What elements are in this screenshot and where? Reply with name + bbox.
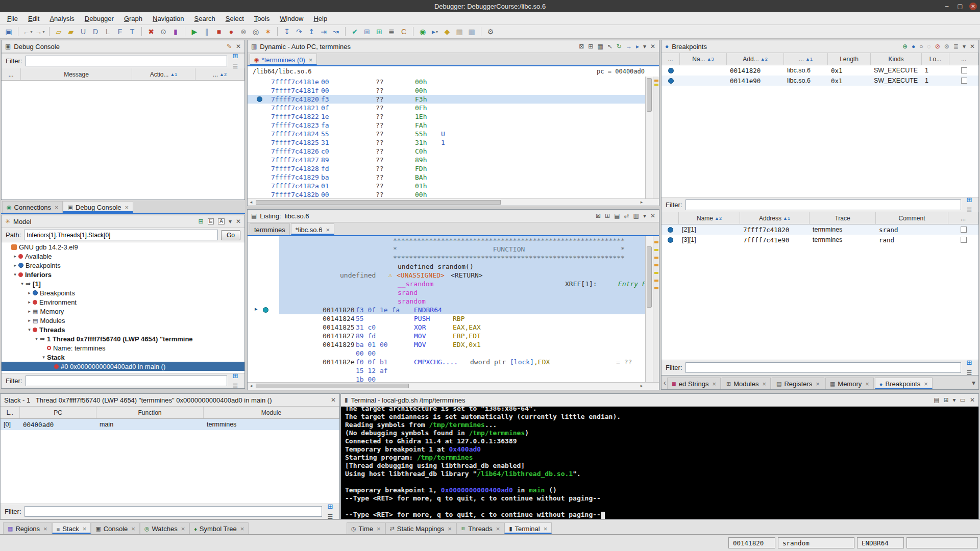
bottom-tab-console[interactable]: ▣Console× <box>91 522 140 534</box>
column-header-message[interactable]: Message <box>21 68 132 80</box>
navigate-icon[interactable]: ▸ <box>636 43 639 49</box>
filter-table-icon[interactable]: ⊞ <box>230 371 240 381</box>
tab-close-icon[interactable]: × <box>865 380 869 388</box>
close-icon[interactable]: ✕ <box>650 43 655 49</box>
toolbar-diamond-icon[interactable]: ◆ <box>442 26 453 37</box>
toolbar-resume-icon[interactable]: ▶ <box>189 26 200 37</box>
breakpoint-enabled-icon[interactable] <box>668 227 673 233</box>
scroll-tabs-left-icon[interactable]: ‹ <box>664 379 666 387</box>
memory-bytes-view[interactable]: 7ffff7c4181e00??00h7ffff7c4181f00??00h7f… <box>248 77 659 198</box>
close-button[interactable]: ✕ <box>969 3 977 10</box>
toolbar-mark-f-icon[interactable]: F <box>114 26 126 37</box>
tree-node[interactable]: ▾Threads <box>2 325 244 334</box>
tab-close-icon[interactable]: × <box>762 380 766 388</box>
tab-close-icon[interactable]: × <box>712 380 716 388</box>
listing-row[interactable]: 0014182789 fdMOVEBP,EDI <box>279 332 645 340</box>
memory-row[interactable]: 7ffff7c418221e??1Eh <box>248 112 645 121</box>
make-effective-icon[interactable]: ⊘ <box>935 43 940 49</box>
tab-close-icon[interactable]: × <box>181 525 185 533</box>
edit-fields-icon[interactable]: ▤ <box>614 213 620 219</box>
memory-row[interactable]: 7ffff7c4181f00??00h <box>248 86 645 95</box>
listing-row[interactable]: 00141820f3 0f 1e faENDBR64 <box>279 306 645 314</box>
column-header-add[interactable]: Add...▲2 <box>727 53 784 65</box>
breakpoint-enabled-icon[interactable] <box>668 68 674 73</box>
horizontal-scrollbar[interactable]: ◂ ▸ <box>248 198 659 206</box>
breakpoint-enabled-icon[interactable] <box>668 237 673 243</box>
tree-expander-icon[interactable]: ▸ <box>12 254 18 259</box>
bottom-tab-stack[interactable]: ≡Stack× <box>52 522 91 534</box>
tree-node[interactable]: ▸▦Memory <box>2 307 244 316</box>
tab-close-icon[interactable]: × <box>924 380 928 388</box>
tree-expander-icon[interactable]: ▸ <box>12 263 18 268</box>
menu-item-help[interactable]: Help <box>308 13 332 24</box>
settings-dropdown-icon[interactable]: ▾ <box>953 397 956 403</box>
margin-icon[interactable]: ▥ <box>633 213 639 219</box>
maximize-icon[interactable]: ▭ <box>960 397 966 403</box>
tree-node[interactable]: ▾Inferiors <box>2 270 244 279</box>
listing-row[interactable]: ****************************************… <box>279 254 645 262</box>
minimize-button[interactable]: – <box>943 3 951 10</box>
memory-row[interactable]: 7ffff7c4181e00??00h <box>248 78 645 86</box>
clone-window-icon[interactable]: ⊞ <box>944 397 949 403</box>
byte-columns-icon[interactable]: ▦ <box>597 43 603 49</box>
tab-close-icon[interactable]: × <box>240 525 244 533</box>
toolbar-mark-l-icon[interactable]: L <box>102 26 113 37</box>
tab-close-icon[interactable]: × <box>496 525 500 533</box>
listing-row[interactable]: 00141829ba 01 00MOVEDX,0x1 <box>279 340 645 349</box>
column-header-[interactable]: ... <box>662 53 680 65</box>
close-icon[interactable]: ✕ <box>236 218 241 224</box>
column-header-[interactable]: ...▲2 <box>195 68 244 80</box>
toolbar-step-out-icon[interactable]: ↥ <box>306 26 317 37</box>
close-icon[interactable]: ✕ <box>970 43 975 49</box>
memory-row[interactable]: 7ffff7c4182789??89h <box>248 156 645 164</box>
tab-termmines[interactable]: termmines <box>250 223 290 235</box>
breakpoint-marker-icon[interactable] <box>257 96 262 102</box>
filter-options-icon[interactable]: ☰ <box>230 381 240 389</box>
tab-close-icon[interactable]: × <box>309 56 313 64</box>
right-tab-ed-strings[interactable]: ≣ed Strings× <box>667 378 721 389</box>
model-header[interactable]: ✳ Model ⊞EA▾✕ <box>2 215 244 228</box>
locations-filter-input[interactable] <box>685 362 962 373</box>
listing-header[interactable]: ▤ Listing: libc.so.6 ⊠⊞▤⇄▥▾✕ <box>248 210 659 222</box>
listing-view[interactable]: ▸ **************************************… <box>248 236 659 382</box>
breakpoint-row[interactable]: [2][1]7ffff7c41820termminessrand <box>662 224 978 235</box>
close-icon[interactable]: ✕ <box>970 397 975 403</box>
toolbar-define-data-icon[interactable]: ▰ <box>65 26 77 37</box>
scroll-left-icon[interactable]: ◂ <box>248 199 255 206</box>
save-breakpoints-icon[interactable]: ⊕ <box>902 43 908 49</box>
menu-item-analysis[interactable]: Analysis <box>44 13 79 24</box>
filter-table-icon[interactable]: ⊞ <box>230 51 240 61</box>
tab-libc-so-6[interactable]: *libc.so.6 × <box>291 223 334 235</box>
filter-options-icon[interactable]: ☰ <box>964 368 974 376</box>
tree-node[interactable]: ▾⇒[1] <box>2 279 244 288</box>
close-icon[interactable]: ✕ <box>650 213 655 219</box>
enable-breakpoint-icon[interactable]: ● <box>912 43 915 49</box>
tree-expander-icon[interactable]: ▾ <box>33 336 40 341</box>
disable-breakpoint-icon[interactable]: ○ <box>919 43 923 49</box>
listing-row[interactable]: ****************************************… <box>279 236 645 245</box>
listing-row[interactable]: 0014182ef0 0f b1CMPXCHG....dword ptr [lo… <box>279 358 645 366</box>
stack-header[interactable]: Stack - 1 Thread 0x7ffff7f56740 (LWP 465… <box>1 394 339 407</box>
tree-node[interactable]: #0 0x0000000000400ad0 in main () <box>2 362 244 371</box>
terminal-header[interactable]: ▮ Terminal - local-gdb.sh /tmp/termmines… <box>341 394 978 407</box>
column-header-[interactable]: ... <box>2 68 21 80</box>
close-icon[interactable]: ✕ <box>236 43 241 49</box>
bottom-tab-watches[interactable]: ◎Watches× <box>140 522 189 534</box>
toolbar-bookmark-icon[interactable]: ▮ <box>170 26 181 37</box>
tab-list-dropdown-icon[interactable]: ▾ <box>972 379 975 387</box>
memory-row[interactable]: 7ffff7c4182531??31h1 <box>248 138 645 147</box>
toolbar-snapshot-icon[interactable]: ⊙ <box>158 26 169 37</box>
toolbar-interrupt-icon[interactable]: ∥ <box>201 26 212 37</box>
column-header-name[interactable]: Name▲2 <box>679 212 740 224</box>
console-tab-connections[interactable]: ◉Connections× <box>2 201 63 213</box>
tab-close-icon[interactable]: × <box>816 380 820 388</box>
dynamic-header[interactable]: ▥ Dynamic - Auto PC, termmines ⊠⊞▦↖↻→▸▾✕ <box>248 40 659 53</box>
column-header-[interactable]: ... <box>949 53 978 65</box>
filter-table-icon[interactable]: ⊞ <box>964 358 974 368</box>
scroll-left-icon[interactable]: ◂ <box>248 383 255 389</box>
clone-window-icon[interactable]: ⊞ <box>605 213 610 219</box>
clear-breakpoint-icon[interactable]: ◌ <box>927 43 931 49</box>
tree-node[interactable]: ▾⇒1 Thread 0x7ffff7f56740 (LWP 4654) "te… <box>2 334 244 343</box>
close-icon[interactable]: ✕ <box>331 397 336 403</box>
clear-console-icon[interactable]: ✎ <box>227 43 232 49</box>
